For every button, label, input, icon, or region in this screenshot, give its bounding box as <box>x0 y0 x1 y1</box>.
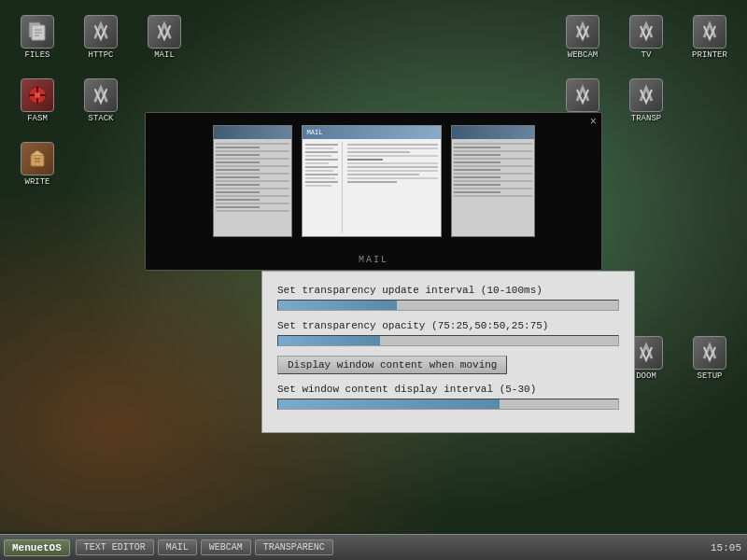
icon-setup[interactable]: SETUP <box>682 330 738 386</box>
transp-row-3: Display window content when moving <box>277 356 619 374</box>
preview-thumb-left <box>213 125 292 237</box>
thumb-titlebar-center: MAIL <box>303 126 441 139</box>
icon-tv-label: TV <box>641 50 652 60</box>
icon-webcam[interactable]: WEBCAM <box>555 9 611 65</box>
icon-mail[interactable]: MAIL <box>136 9 192 65</box>
usbdev-icon-img <box>566 78 599 112</box>
preview-close-btn[interactable]: × <box>590 116 597 129</box>
icon-printer[interactable]: PRINTER <box>682 9 738 65</box>
httpc-icon-img <box>84 15 118 49</box>
transp-row-2: Set transparency opacity (75:25,50:50,25… <box>277 320 619 346</box>
write-icon-img <box>21 142 54 175</box>
icon-printer-label: PRINTER <box>692 50 727 60</box>
transp-icon-img <box>629 78 663 112</box>
transp-label-2: Set transparency opacity (75:25,50:50,25… <box>277 320 619 331</box>
icon-doom-label: DOOM <box>636 371 656 381</box>
files-icon-img <box>21 15 54 49</box>
transp-slider-2[interactable] <box>277 335 619 346</box>
transp-row-1: Set transparency update interval (10-100… <box>277 285 619 311</box>
svg-point-8 <box>35 92 40 98</box>
preview-window: × <box>145 112 602 271</box>
preview-thumb-right <box>451 125 535 237</box>
icon-httpc-label: HTTPC <box>88 50 113 60</box>
svg-rect-9 <box>31 155 44 166</box>
transp-label-3: Set window content display interval (5-3… <box>277 384 619 395</box>
icon-row-1: FILES HTTPC <box>9 9 192 65</box>
icon-stack-label: STACK <box>88 114 113 123</box>
taskbar-btn-transparenc[interactable]: TRANSPARENC <box>255 539 333 555</box>
preview-thumb-center: MAIL <box>302 125 442 237</box>
webcam-icon-img <box>566 15 599 49</box>
icon-write[interactable]: WRITE <box>9 136 65 192</box>
printer-icon-img <box>693 15 726 49</box>
icon-fasm-label: FASM <box>27 114 48 123</box>
display-window-content-btn[interactable]: Display window content when moving <box>277 356 507 374</box>
fasm-icon-img <box>21 78 54 112</box>
setup-icon-img <box>693 336 726 370</box>
transp-row-4: Set window content display interval (5-3… <box>277 384 619 410</box>
stack-icon-img <box>84 78 118 112</box>
icon-transp[interactable]: TRANSP <box>618 73 674 129</box>
thumb-body-left <box>214 139 291 236</box>
taskbar-btn-webcam[interactable]: WEBCAM <box>201 539 251 555</box>
icon-fasm[interactable]: FASM <box>9 73 65 129</box>
icon-row-r1: WEBCAM TV <box>555 9 738 65</box>
transp-slider-2-fill <box>278 336 380 345</box>
desktop: FILES HTTPC <box>0 0 747 560</box>
thumb-titlebar-left <box>214 126 291 139</box>
icon-mail-label: MAIL <box>154 50 175 60</box>
transp-slider-3[interactable] <box>277 399 619 410</box>
start-button[interactable]: MenuetOS <box>4 539 70 556</box>
mail-icon-img <box>148 15 181 49</box>
icon-setup-label: SETUP <box>697 371 722 381</box>
transp-slider-1-fill <box>278 301 397 310</box>
transparency-settings-panel: Set transparency update interval (10-100… <box>261 271 635 433</box>
icon-stack[interactable]: STACK <box>73 73 129 129</box>
icon-files[interactable]: FILES <box>9 9 65 65</box>
thumb-body-right <box>452 139 534 236</box>
taskbar: MenuetOS TEXT EDITOR MAIL WEBCAM TRANSPA… <box>0 534 747 560</box>
icon-httpc[interactable]: HTTPC <box>73 9 129 65</box>
icon-files-label: FILES <box>24 50 49 60</box>
transp-slider-3-fill <box>278 399 500 409</box>
icon-write-label: WRITE <box>24 177 49 187</box>
transp-label-1: Set transparency update interval (10-100… <box>277 285 619 296</box>
transp-slider-1[interactable] <box>277 300 619 311</box>
preview-window-label: MAIL <box>359 255 388 265</box>
icon-webcam-label: WEBCAM <box>568 50 598 60</box>
taskbar-btn-mail[interactable]: MAIL <box>158 539 197 555</box>
taskbar-clock: 15:05 <box>711 542 741 553</box>
tv-icon-img <box>629 15 663 49</box>
preview-content: MAIL <box>146 113 601 248</box>
thumb-body-center <box>303 139 441 236</box>
taskbar-btn-texteditor[interactable]: TEXT EDITOR <box>76 539 154 555</box>
thumb-titlebar-right <box>452 126 534 139</box>
icon-transp-label: TRANSP <box>631 114 661 123</box>
icon-tv[interactable]: TV <box>618 9 674 65</box>
